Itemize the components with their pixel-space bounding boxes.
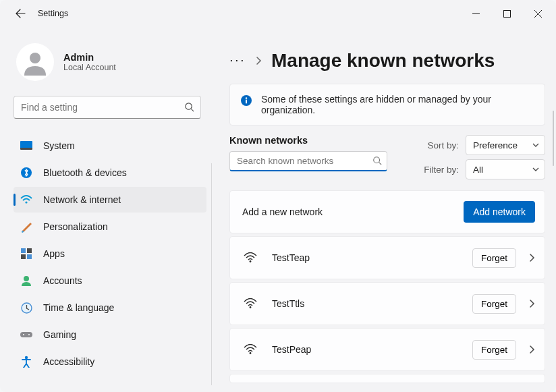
svg-rect-7 (21, 248, 26, 253)
profile-block[interactable]: Admin Local Account (16, 43, 206, 81)
display-icon (20, 141, 32, 150)
svg-rect-19 (246, 100, 247, 104)
forget-button[interactable]: Forget (472, 294, 516, 314)
nav-network[interactable]: Network & internet (13, 187, 206, 213)
network-list: Add a new network Add network TestTeap F… (229, 190, 545, 383)
profile-name: Admin (63, 52, 116, 63)
filter-by-value: All (473, 165, 483, 175)
network-name: TestTtls (272, 298, 304, 309)
search-icon (184, 102, 194, 112)
maximize-button[interactable] (491, 3, 522, 24)
known-networks-heading: Known networks (229, 135, 387, 146)
svg-point-1 (30, 53, 40, 63)
find-setting-input[interactable] (13, 96, 201, 119)
nav-label: Network & internet (43, 194, 121, 205)
nav-list: System Bluetooth & devices Network & int… (13, 132, 206, 375)
add-network-button[interactable]: Add network (464, 201, 535, 223)
filter-by-label: Filter by: (424, 165, 459, 175)
org-managed-banner: Some of these settings are hidden or man… (229, 84, 545, 125)
nav-system[interactable]: System (13, 133, 206, 159)
person-icon (22, 49, 49, 76)
nav-label: Gaming (43, 329, 76, 340)
bluetooth-icon (20, 167, 32, 178)
wifi-icon (242, 252, 258, 263)
chevron-right-icon (255, 56, 262, 65)
nav-personalization[interactable]: Personalization (13, 214, 206, 240)
nav-label: System (43, 140, 75, 151)
breadcrumb-overflow[interactable]: ⋅⋅⋅ (229, 53, 246, 68)
nav-bluetooth[interactable]: Bluetooth & devices (13, 160, 206, 186)
svg-point-2 (186, 103, 192, 109)
wifi-icon (242, 298, 258, 309)
close-button[interactable] (522, 3, 553, 24)
svg-point-15 (28, 334, 30, 335)
minimize-icon (472, 10, 480, 18)
known-networks-search-input[interactable] (229, 151, 387, 171)
chevron-down-icon (532, 167, 539, 172)
chevron-right-icon[interactable] (528, 253, 535, 262)
nav-label: Apps (43, 248, 65, 259)
close-icon (534, 10, 542, 18)
nav-time-language[interactable]: Time & language (13, 295, 206, 320)
network-row-partial (229, 374, 545, 383)
paintbrush-icon (20, 221, 32, 233)
nav-label: Personalization (43, 221, 108, 232)
nav-accounts[interactable]: Accounts (13, 268, 206, 293)
chevron-right-icon[interactable] (528, 345, 535, 354)
add-network-text: Add a new network (242, 206, 323, 217)
accounts-icon (20, 275, 32, 286)
svg-point-11 (24, 276, 29, 281)
nav-label: Time & language (43, 302, 114, 313)
known-networks-search[interactable] (229, 151, 387, 171)
nav-accessibility[interactable]: Accessibility (13, 349, 206, 374)
back-button[interactable] (9, 8, 31, 19)
gamepad-icon (20, 331, 32, 339)
filter-by-select[interactable]: All (466, 159, 545, 179)
sidebar: Admin Local Account System Bluetooth & d… (0, 27, 216, 392)
sort-by-value: Preference (473, 140, 518, 150)
find-setting-search[interactable] (13, 96, 206, 119)
maximize-icon (503, 10, 511, 18)
network-row[interactable]: TestTtls Forget (229, 282, 545, 325)
svg-point-16 (25, 356, 28, 359)
wifi-icon (20, 195, 32, 204)
nav-apps[interactable]: Apps (13, 241, 206, 267)
network-row[interactable]: TestPeap Forget (229, 328, 545, 371)
forget-button[interactable]: Forget (472, 340, 516, 360)
arrow-left-icon (15, 8, 26, 19)
svg-point-23 (250, 352, 252, 354)
nav-label: Accounts (43, 275, 82, 286)
network-name: TestPeap (272, 344, 311, 355)
network-row[interactable]: TestTeap Forget (229, 236, 545, 279)
svg-rect-8 (27, 248, 32, 253)
info-icon (241, 95, 252, 106)
known-networks-controls: Known networks Sort by: Preference (229, 135, 545, 179)
breadcrumb: ⋅⋅⋅ Manage known networks (229, 50, 552, 72)
window-title: Settings (38, 9, 68, 18)
svg-point-20 (374, 157, 380, 163)
profile-subtitle: Local Account (63, 63, 116, 72)
sort-by-select[interactable]: Preference (466, 135, 545, 155)
nav-label: Bluetooth & devices (43, 167, 127, 178)
titlebar: Settings (0, 0, 556, 27)
svg-rect-10 (27, 254, 32, 259)
network-name: TestTeap (272, 252, 310, 263)
svg-point-22 (250, 306, 252, 308)
chevron-right-icon[interactable] (528, 299, 535, 308)
nav-gaming[interactable]: Gaming (13, 322, 206, 347)
nav-label: Accessibility (43, 356, 94, 367)
svg-point-14 (23, 334, 24, 335)
scrollbar[interactable] (553, 111, 554, 166)
wifi-icon (242, 344, 258, 355)
minimize-button[interactable] (460, 3, 491, 24)
forget-button[interactable]: Forget (472, 248, 516, 268)
sidebar-divider (211, 163, 212, 385)
clock-globe-icon (20, 302, 32, 314)
svg-point-21 (250, 260, 252, 262)
add-network-card: Add a new network Add network (229, 190, 545, 233)
apps-icon (20, 248, 32, 259)
avatar (16, 43, 54, 81)
search-icon (372, 156, 382, 165)
svg-rect-0 (503, 10, 510, 17)
svg-point-18 (246, 97, 247, 99)
